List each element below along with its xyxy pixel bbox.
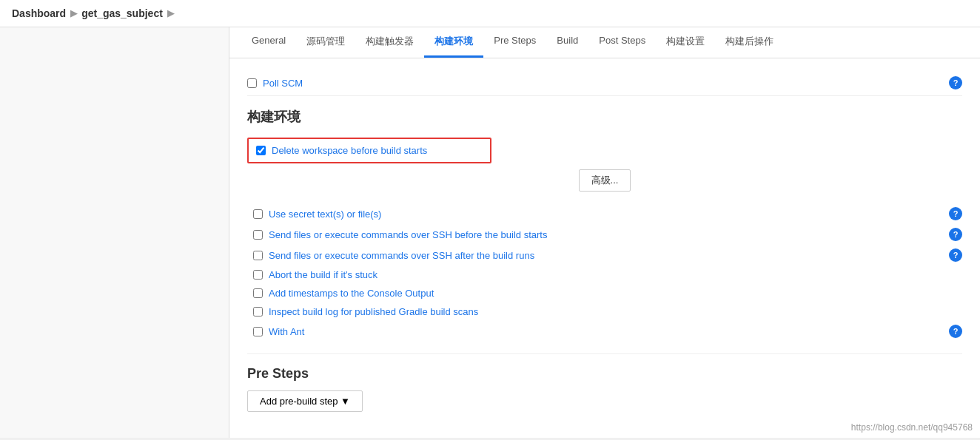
- poll-scm-checkbox[interactable]: [247, 78, 257, 88]
- delete-workspace-checkbox[interactable]: [256, 146, 266, 155]
- content-area: Poll SCM ? 构建环境 Delete workspace before …: [229, 58, 980, 424]
- breadcrumb-dashboard[interactable]: Dashboard: [12, 7, 66, 19]
- poll-scm-help-icon[interactable]: ?: [949, 76, 962, 89]
- breadcrumb-project[interactable]: get_gas_subject: [81, 7, 163, 19]
- secret-text-label: Use secret text(s) or file(s): [269, 209, 949, 220]
- tab-presteps[interactable]: Pre Steps: [483, 27, 546, 58]
- secret-text-row: Use secret text(s) or file(s) ?: [253, 203, 962, 224]
- tab-env[interactable]: 构建环境: [424, 27, 483, 58]
- secret-text-checkbox[interactable]: [253, 209, 263, 219]
- main-layout: General 源码管理 构建触发器 构建环境 Pre Steps Build …: [0, 27, 980, 438]
- gradle-scans-row: Inspect build log for published Gradle b…: [253, 302, 962, 321]
- breadcrumb-sep-1: ▶: [70, 8, 77, 18]
- add-pre-build-step-button[interactable]: Add pre-build step ▼: [247, 390, 363, 412]
- send-after-help-icon[interactable]: ?: [949, 248, 962, 262]
- with-ant-row: With Ant ?: [253, 321, 962, 342]
- timestamps-label: Add timestamps to the Console Output: [269, 288, 434, 299]
- checkbox-rows-container: Use secret text(s) or file(s) ? Send fil…: [247, 203, 962, 342]
- send-after-checkbox[interactable]: [253, 251, 263, 260]
- pre-steps-heading: Pre Steps: [247, 366, 962, 382]
- send-before-help-icon[interactable]: ?: [949, 228, 962, 241]
- secret-text-help-icon[interactable]: ?: [949, 207, 962, 220]
- delete-workspace-row-highlighted: Delete workspace before build starts: [247, 138, 491, 163]
- build-env-heading: 构建环境: [247, 108, 962, 126]
- timestamps-row: Add timestamps to the Console Output: [253, 284, 962, 302]
- tab-triggers[interactable]: 构建触发器: [355, 27, 424, 58]
- tab-general[interactable]: General: [241, 27, 296, 58]
- delete-workspace-label: Delete workspace before build starts: [272, 145, 427, 156]
- send-before-label: Send files or execute commands over SSH …: [269, 229, 949, 240]
- breadcrumb-sep-2: ▶: [167, 8, 174, 18]
- gradle-scans-checkbox[interactable]: [253, 307, 263, 317]
- send-after-label: Send files or execute commands over SSH …: [269, 250, 949, 261]
- timestamps-checkbox[interactable]: [253, 288, 263, 298]
- poll-scm-label: Poll SCM: [263, 78, 303, 89]
- tab-nav: General 源码管理 构建触发器 构建环境 Pre Steps Build …: [229, 27, 980, 58]
- advanced-button[interactable]: 高级...: [579, 169, 631, 192]
- breadcrumb-bar: Dashboard ▶ get_gas_subject ▶: [0, 0, 980, 27]
- tab-build[interactable]: Build: [546, 27, 588, 58]
- with-ant-checkbox[interactable]: [253, 327, 263, 336]
- poll-scm-row: Poll SCM ?: [247, 70, 962, 96]
- section-divider: [247, 353, 962, 354]
- send-before-row: Send files or execute commands over SSH …: [253, 224, 962, 245]
- abort-stuck-label: Abort the build if it's stuck: [269, 269, 377, 280]
- abort-stuck-row: Abort the build if it's stuck: [253, 265, 962, 284]
- send-before-checkbox[interactable]: [253, 230, 263, 240]
- tab-settings[interactable]: 构建设置: [656, 27, 715, 58]
- tab-source[interactable]: 源码管理: [296, 27, 355, 58]
- advanced-btn-row: 高级...: [247, 169, 962, 192]
- main-content: General 源码管理 构建触发器 构建环境 Pre Steps Build …: [229, 27, 980, 438]
- send-after-row: Send files or execute commands over SSH …: [253, 245, 962, 265]
- with-ant-label: With Ant: [269, 326, 949, 337]
- with-ant-help-icon[interactable]: ?: [949, 325, 962, 338]
- gradle-scans-label: Inspect build log for published Gradle b…: [269, 306, 478, 317]
- tab-poststeps[interactable]: Post Steps: [588, 27, 656, 58]
- tab-postbuild[interactable]: 构建后操作: [715, 27, 784, 58]
- watermark: https://blog.csdn.net/qq945768: [851, 422, 973, 433]
- abort-stuck-checkbox[interactable]: [253, 270, 263, 280]
- sidebar: [0, 27, 229, 438]
